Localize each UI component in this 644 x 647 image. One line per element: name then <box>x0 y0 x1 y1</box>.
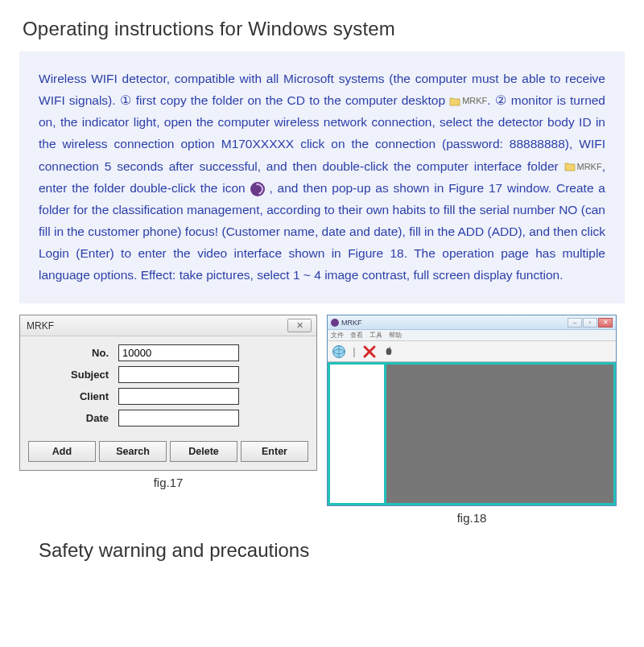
menu-bar: 文件 查看 工具 帮助 <box>328 330 616 341</box>
close-button[interactable]: ✕ <box>598 318 613 328</box>
swirl-icon <box>250 182 265 196</box>
figure-17: MRKF ✕ No. Subject Client Date <box>19 315 317 489</box>
menu-item[interactable]: 工具 <box>369 331 382 340</box>
label-no: No. <box>30 347 118 359</box>
app-window: MRKF – ▫ ✕ 文件 查看 工具 帮助 | <box>327 315 617 506</box>
label-client: Client <box>30 390 118 402</box>
window-titlebar: MRKF – ▫ ✕ <box>328 315 616 330</box>
search-button[interactable]: Search <box>99 441 167 462</box>
close-button[interactable]: ✕ <box>287 319 312 332</box>
label-subject: Subject <box>30 369 118 381</box>
viewport[interactable] <box>386 365 613 503</box>
menu-item[interactable]: 文件 <box>331 331 344 340</box>
subject-field[interactable] <box>118 366 239 383</box>
delete-x-icon[interactable] <box>361 344 378 360</box>
delete-button[interactable]: Delete <box>170 441 237 462</box>
app-icon <box>331 319 339 327</box>
page-title: Operating instructions for Windows syste… <box>0 0 644 52</box>
instr-part4: , and then pop-up as shown in Figure 17 … <box>39 181 605 282</box>
minimize-button[interactable]: – <box>568 318 582 328</box>
row-subject: Subject <box>30 366 307 383</box>
fig18-caption: fig.18 <box>457 506 487 525</box>
dialog-body: No. Subject Client Date <box>20 336 316 435</box>
figures-row: MRKF ✕ No. Subject Client Date <box>0 315 644 525</box>
globe-icon[interactable] <box>331 344 347 360</box>
row-date: Date <box>30 410 307 427</box>
figure-18: MRKF – ▫ ✕ 文件 查看 工具 帮助 | <box>327 315 617 525</box>
fig17-caption: fig.17 <box>154 471 184 489</box>
apple-icon[interactable] <box>380 344 396 360</box>
maximize-button[interactable]: ▫ <box>583 318 597 328</box>
section-heading-safety: Safety warning and precautions <box>0 525 644 562</box>
menu-item[interactable]: 查看 <box>350 331 363 340</box>
toolbar-separator: | <box>349 344 359 360</box>
enter-button[interactable]: Enter <box>241 441 308 462</box>
window-title: MRKF <box>341 319 362 327</box>
login-dialog: MRKF ✕ No. Subject Client Date <box>19 315 317 471</box>
dialog-buttons: Add Search Delete Enter <box>20 435 316 464</box>
client-field[interactable] <box>118 388 239 405</box>
label-date: Date <box>30 412 118 424</box>
window-buttons: – ▫ ✕ <box>568 318 613 328</box>
date-field[interactable] <box>118 410 239 427</box>
dialog-title: MRKF <box>27 320 54 332</box>
side-panel[interactable] <box>330 365 386 503</box>
instructions-paragraph: Wireless WIFI detector, compatible with … <box>19 52 625 303</box>
toolbar: | <box>328 341 616 362</box>
row-client: Client <box>30 388 307 405</box>
add-button[interactable]: Add <box>28 441 96 462</box>
no-field[interactable] <box>118 344 239 361</box>
folder-icon: MRKF <box>449 93 487 109</box>
dialog-titlebar: MRKF ✕ <box>20 315 316 336</box>
folder-icon: MRKF <box>564 159 602 175</box>
row-no: No. <box>30 344 307 361</box>
folder-label: MRKF <box>577 159 602 175</box>
menu-item[interactable]: 帮助 <box>389 331 402 340</box>
folder-label: MRKF <box>462 93 487 109</box>
main-area <box>328 362 616 505</box>
